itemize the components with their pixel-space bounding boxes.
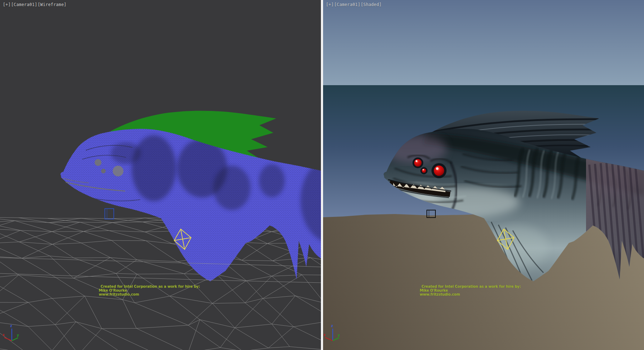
viewport-menu-camera-left[interactable]: [Camera01] — [11, 2, 37, 7]
sand-ground — [323, 211, 644, 350]
fish-eye-small — [414, 159, 422, 167]
terrain-grid-wireframe — [0, 217, 321, 350]
fish-eye-spot-stippled — [113, 166, 123, 176]
viewport-menu-general-right[interactable]: [+] — [326, 2, 334, 7]
viewport-right-shaded[interactable]: [+][Camera01][Shaded] Created for Intel … — [323, 0, 644, 350]
viewport-menu-shading-right[interactable]: [Shaded] — [361, 2, 382, 7]
attribution-line: Mike O'Rourke — [420, 288, 521, 292]
sky-background — [323, 0, 644, 86]
attribution-line: www.fritzstudio.com — [420, 292, 521, 296]
attribution-line: Mike O'Rourke — [99, 288, 200, 292]
dummy-box-helper-wireframe[interactable] — [105, 209, 114, 219]
fish-eye-large — [434, 166, 444, 176]
wireframe-scene-canvas: z x y — [0, 0, 321, 350]
viewport-menu-general-left[interactable]: [+] — [3, 2, 11, 7]
attribution-line: www.fritzstudio.com — [99, 292, 200, 296]
terrain-grid-foreground-lines — [0, 258, 321, 283]
world-axis-tripod-left — [3, 324, 19, 341]
viewport-left-wireframe[interactable]: z x y — [0, 0, 321, 350]
fish-eye-spot-small — [101, 169, 106, 174]
fish-eye-tiny — [422, 169, 426, 173]
attribution-line: Created for Intel Corporation as a work … — [101, 285, 200, 288]
viewport-menu-camera-right[interactable]: [Camera01] — [334, 2, 360, 7]
shaded-scene-canvas — [323, 0, 644, 350]
fish-eye-spot-large — [95, 159, 102, 166]
attribution-line: Created for Intel Corporation as a work … — [421, 285, 521, 288]
attribution-decal-left: Created for Intel Corporation as a work … — [99, 285, 200, 296]
max-viewport-area: z x y — [0, 0, 644, 350]
attribution-decal-right: Created for Intel Corporation as a work … — [420, 285, 521, 296]
viewport-label-left: [+][Camera01][Wireframe] — [3, 2, 67, 7]
viewport-label-right: [+][Camera01][Shaded] — [326, 2, 382, 7]
fish-model-wireframe[interactable] — [60, 129, 321, 281]
viewport-menu-shading-left[interactable]: [Wireframe] — [38, 2, 67, 7]
